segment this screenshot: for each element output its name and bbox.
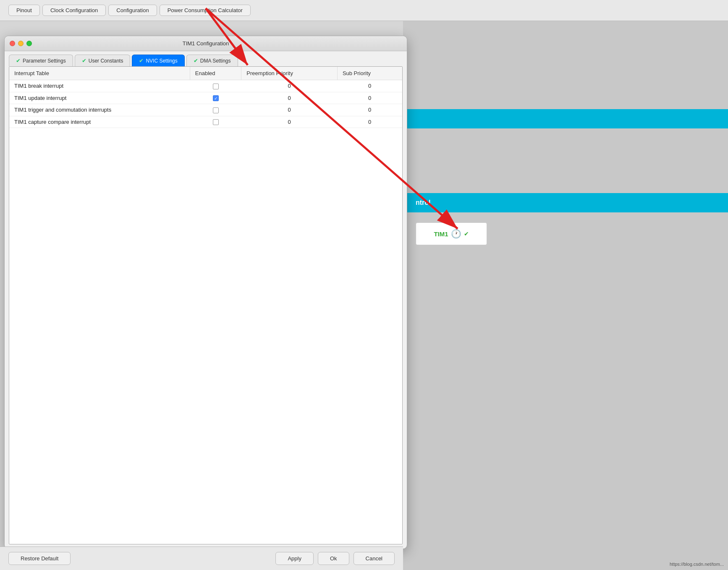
table-row: TIM1 update interrupt ✓ 0 0 <box>9 92 402 104</box>
sub-priority-value: 0 <box>337 92 402 104</box>
interrupt-name: TIM1 capture compare interrupt <box>9 116 190 128</box>
interrupt-table: Interrupt Table Enabled Preemption Prior… <box>9 67 402 128</box>
tab-parameter-label: Parameter Settings <box>23 58 66 64</box>
watermark: https://blog.csdn.net/tom... <box>670 562 724 567</box>
tab-parameter-settings[interactable]: ✔ Parameter Settings <box>9 55 73 66</box>
dialog-content-area: Interrupt Table Enabled Preemption Prior… <box>9 66 403 544</box>
tab-clock-configuration[interactable]: Clock Configuration <box>42 5 106 16</box>
tab-nvic-settings[interactable]: ✔ NVIC Settings <box>132 55 184 66</box>
blue-bar-mid: ntrol <box>403 193 728 212</box>
preemption-value: 0 <box>241 104 338 116</box>
table-row: TIM1 capture compare interrupt 0 0 <box>9 116 402 128</box>
dialog-tab-bar: ✔ Parameter Settings ✔ User Constants ✔ … <box>5 51 407 66</box>
top-tabbar: Pinout Clock Configuration Configuration… <box>0 0 728 21</box>
tab-power-consumption[interactable]: Power Consumption Calculator <box>160 5 251 16</box>
tab-check-icon: ✔ <box>82 58 86 64</box>
col-sub-priority: Sub Priority <box>337 67 402 80</box>
cancel-button[interactable]: Cancel <box>354 552 395 565</box>
tim1-configuration-dialog: TIM1 Configuration ✔ Parameter Settings … <box>4 36 407 549</box>
tab-dma-settings[interactable]: ✔ DMA Settings <box>186 55 238 66</box>
col-enabled: Enabled <box>190 67 241 80</box>
tab-check-icon: ✔ <box>139 58 144 64</box>
restore-default-button[interactable]: Restore Default <box>8 552 71 565</box>
tab-nvic-label: NVIC Settings <box>146 58 177 64</box>
interrupt-name: TIM1 break interrupt <box>9 80 190 92</box>
sub-priority-value: 0 <box>337 116 402 128</box>
col-interrupt-table: Interrupt Table <box>9 67 190 80</box>
tim1-component-box[interactable]: TIM1 🕐 ✔ <box>416 222 487 245</box>
dialog-title: TIM1 Configuration <box>183 40 229 47</box>
table-row: TIM1 break interrupt 0 0 <box>9 80 402 92</box>
sub-priority-value: 0 <box>337 80 402 92</box>
checkbox-break[interactable] <box>213 84 219 89</box>
preemption-value: 0 <box>241 116 338 128</box>
tim1-check-icon: ✔ <box>464 230 469 237</box>
action-buttons: Apply Ok Cancel <box>275 552 395 565</box>
col-preemption: Preemption Priority <box>241 67 338 80</box>
blue-bar-mid-label: ntrol <box>416 199 431 207</box>
interrupt-enabled-cell <box>190 116 241 128</box>
tab-check-icon: ✔ <box>16 58 21 64</box>
tim1-clock-icon: 🕐 <box>451 229 461 239</box>
interrupt-enabled-cell <box>190 104 241 116</box>
table-row: TIM1 trigger and commutation interrupts … <box>9 104 402 116</box>
tim1-label: TIM1 <box>434 230 448 238</box>
ok-button[interactable]: Ok <box>318 552 349 565</box>
sub-priority-value: 0 <box>337 104 402 116</box>
tab-user-constants-label: User Constants <box>89 58 123 64</box>
minimize-button[interactable] <box>18 41 24 46</box>
tab-pinout[interactable]: Pinout <box>8 5 40 16</box>
tab-check-icon: ✔ <box>194 58 198 64</box>
preemption-value: 0 <box>241 92 338 104</box>
preemption-value: 0 <box>241 80 338 92</box>
apply-button[interactable]: Apply <box>275 552 314 565</box>
window-controls <box>10 41 32 46</box>
interrupt-name: TIM1 update interrupt <box>9 92 190 104</box>
background-panel <box>403 21 728 570</box>
interrupt-enabled-cell: ✓ <box>190 92 241 104</box>
dialog-title-bar: TIM1 Configuration <box>5 36 407 51</box>
tab-user-constants[interactable]: ✔ User Constants <box>75 55 131 66</box>
checkbox-capture[interactable] <box>213 119 219 125</box>
blue-bar-top <box>403 109 728 128</box>
checkbox-trigger[interactable] <box>213 107 219 113</box>
interrupt-enabled-cell <box>190 80 241 92</box>
tab-dma-label: DMA Settings <box>200 58 231 64</box>
maximize-button[interactable] <box>26 41 32 46</box>
close-button[interactable] <box>10 41 15 46</box>
dialog-buttons-bar: Restore Default Apply Ok Cancel <box>0 546 403 570</box>
tab-configuration[interactable]: Configuration <box>108 5 157 16</box>
interrupt-name: TIM1 trigger and commutation interrupts <box>9 104 190 116</box>
checkbox-update[interactable]: ✓ <box>213 95 219 101</box>
